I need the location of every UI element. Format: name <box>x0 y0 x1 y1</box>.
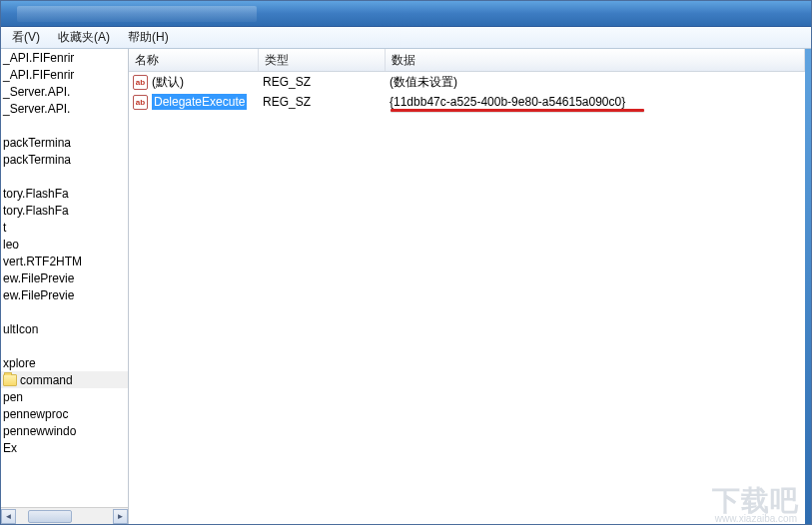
tree-item-label: pennewwindo <box>3 424 76 438</box>
tree-item[interactable]: _API.FIFenrir <box>1 49 128 66</box>
tree-item[interactable]: Ex <box>1 439 128 456</box>
column-header-name[interactable]: 名称 <box>129 49 259 71</box>
tree-item-label: _Server.API. <box>3 102 70 116</box>
list-body[interactable]: ab(默认)REG_SZ(数值未设置)abDelegateExecuteREG_… <box>129 72 805 524</box>
tree-item-label: ew.FilePrevie <box>3 271 74 285</box>
watermark-text: 下载吧 <box>712 482 799 520</box>
menubar: 看(V) 收藏夹(A) 帮助(H) <box>1 27 811 49</box>
tree-horizontal-scrollbar[interactable]: ◄ ► <box>1 507 128 524</box>
scroll-thumb[interactable] <box>28 510 72 523</box>
scroll-track[interactable] <box>16 509 113 524</box>
column-header-type[interactable]: 类型 <box>259 49 386 71</box>
titlebar-blur <box>17 6 257 22</box>
scroll-left-button[interactable]: ◄ <box>1 509 16 524</box>
tree-item[interactable]: packTermina <box>1 134 128 151</box>
tree-item[interactable]: tory.FlashFa <box>1 185 128 202</box>
tree-item-label: leo <box>3 238 19 252</box>
tree-item-label: tory.FlashFa <box>3 187 69 201</box>
tree-item[interactable]: xplore <box>1 354 128 371</box>
tree-item-label: command <box>20 373 73 387</box>
tree-item[interactable]: _Server.API. <box>1 100 128 117</box>
column-header-data[interactable]: 数据 <box>386 49 805 71</box>
list-panel: 名称 类型 数据 ab(默认)REG_SZ(数值未设置)abDelegateEx… <box>129 49 805 524</box>
tree-item-label: vert.RTF2HTM <box>3 255 82 268</box>
tree-item[interactable] <box>1 117 128 134</box>
window-right-border <box>805 49 811 524</box>
tree-item[interactable]: leo <box>1 236 128 253</box>
tree-item[interactable]: ultIcon <box>1 320 128 337</box>
watermark-subtext: www.xiazaiba.com <box>715 513 797 524</box>
tree-item[interactable]: pennewwindo <box>1 422 128 439</box>
scroll-right-button[interactable]: ► <box>113 509 128 524</box>
string-value-icon: ab <box>133 95 148 110</box>
value-type: REG_SZ <box>259 75 386 89</box>
tree-item[interactable] <box>1 303 128 320</box>
tree-item-label: pennewproc <box>3 407 68 421</box>
tree-item-label: ew.FilePrevie <box>3 288 74 302</box>
tree-item[interactable]: _API.FIFenrir <box>1 66 128 83</box>
value-data: {11dbb47c-a525-400b-9e80-a54615a090c0} <box>386 95 805 109</box>
titlebar[interactable] <box>1 1 811 27</box>
tree-item-label: _Server.API. <box>3 85 70 99</box>
tree-item[interactable] <box>1 337 128 354</box>
tree-item-label: _API.FIFenrir <box>3 51 74 65</box>
tree-item[interactable]: packTermina <box>1 151 128 168</box>
tree-item-label: Ex <box>3 441 17 455</box>
value-data: (数值未设置) <box>386 74 805 91</box>
string-value-icon: ab <box>133 75 148 90</box>
tree-item-label: t <box>3 221 6 235</box>
folder-icon <box>3 374 17 386</box>
tree-item-label: packTermina <box>3 136 71 150</box>
main-area: _API.FIFenrir_API.FIFenrir_Server.API._S… <box>1 49 811 524</box>
tree-item[interactable]: ew.FilePrevie <box>1 286 128 303</box>
value-name: DelegateExecute <box>152 94 247 110</box>
tree-item-label: xplore <box>3 356 36 370</box>
value-name: (默认) <box>152 74 184 91</box>
menu-help[interactable]: 帮助(H) <box>119 26 178 49</box>
list-header: 名称 类型 数据 <box>129 49 805 72</box>
tree-item-label: _API.FIFenrir <box>3 68 74 82</box>
tree-item[interactable]: ew.FilePrevie <box>1 269 128 286</box>
registry-value-row[interactable]: ab(默认)REG_SZ(数值未设置) <box>129 72 805 92</box>
value-type: REG_SZ <box>259 95 386 109</box>
tree-item-label: packTermina <box>3 153 71 167</box>
tree-item[interactable]: tory.FlashFa <box>1 202 128 219</box>
red-underline-annotation <box>391 109 644 112</box>
registry-editor-window: 看(V) 收藏夹(A) 帮助(H) _API.FIFenrir_API.FIFe… <box>0 0 812 525</box>
tree-item[interactable]: pennewproc <box>1 405 128 422</box>
tree-item[interactable]: vert.RTF2HTM <box>1 253 128 269</box>
menu-favorites[interactable]: 收藏夹(A) <box>49 26 119 49</box>
tree-item[interactable] <box>1 168 128 185</box>
tree-item-label: ultIcon <box>3 322 38 336</box>
tree-panel[interactable]: _API.FIFenrir_API.FIFenrir_Server.API._S… <box>1 49 129 524</box>
tree-item[interactable]: command <box>1 371 128 388</box>
tree-item-label: tory.FlashFa <box>3 204 69 218</box>
tree-item[interactable]: _Server.API. <box>1 83 128 100</box>
tree-item-label: pen <box>3 390 23 404</box>
tree-item[interactable]: pen <box>1 388 128 405</box>
menu-view[interactable]: 看(V) <box>3 26 49 49</box>
tree-item[interactable]: t <box>1 219 128 236</box>
